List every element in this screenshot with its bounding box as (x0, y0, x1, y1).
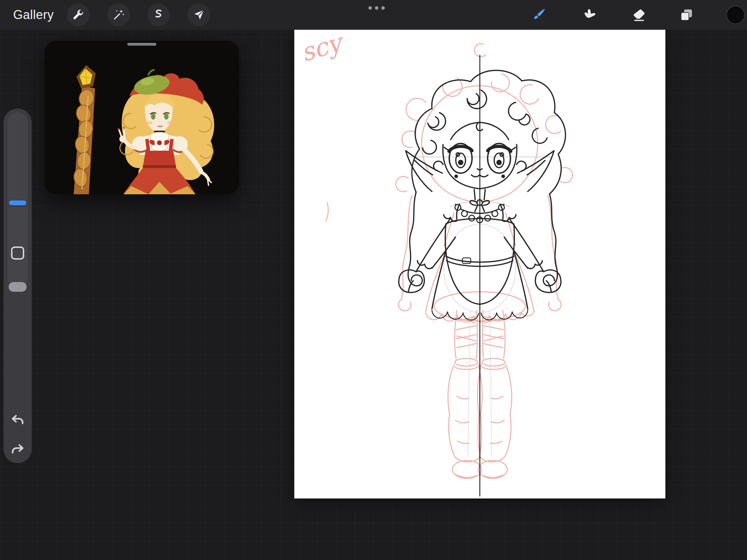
canvas[interactable]: scy (294, 30, 665, 498)
s-ribbon-icon (152, 9, 165, 21)
brush-tool-icon[interactable] (527, 3, 550, 26)
gallery-button[interactable]: Gallery (13, 0, 54, 30)
canvas-annotation: scy (298, 30, 348, 67)
eraser-icon (632, 8, 646, 22)
canvas-options-handle[interactable]: ••• (357, 1, 398, 15)
sketch-ink-black (399, 70, 565, 320)
eraser-tool-icon[interactable] (628, 3, 651, 26)
top-toolbar: Gallery (0, 0, 747, 30)
smudge-finger-icon (582, 8, 597, 22)
brush-icon (532, 8, 546, 22)
transform-arrow-icon[interactable] (187, 3, 210, 26)
wrench-icon (72, 9, 84, 21)
opacity-slider[interactable] (9, 282, 27, 292)
brush-size-slider[interactable] (9, 200, 26, 205)
undo-arrow-icon (10, 413, 26, 429)
reference-drag-handle[interactable] (127, 43, 156, 46)
adjustments-wand-icon[interactable] (107, 3, 130, 26)
selection-icon[interactable] (147, 3, 170, 26)
move-arrow-icon (193, 9, 205, 21)
actions-wrench-icon[interactable] (67, 3, 90, 26)
layers-icon-button[interactable] (675, 3, 698, 26)
brush-size-track[interactable] (8, 112, 28, 288)
reference-window[interactable] (45, 41, 239, 194)
app-screen: Gallery (0, 0, 747, 560)
canvas-artwork: scy (294, 30, 665, 498)
layers-icon (679, 8, 694, 22)
magic-wand-icon (112, 9, 125, 21)
reference-artwork (45, 41, 239, 194)
modify-button[interactable] (11, 246, 24, 260)
redo-arrow-icon (10, 442, 26, 458)
color-swatch[interactable] (726, 6, 745, 24)
undo-button[interactable] (10, 413, 26, 429)
redo-button[interactable] (10, 442, 26, 458)
sketch-rough-pink (326, 44, 573, 478)
smudge-tool-icon[interactable] (578, 3, 601, 26)
sidebar-toolbar (3, 109, 32, 463)
